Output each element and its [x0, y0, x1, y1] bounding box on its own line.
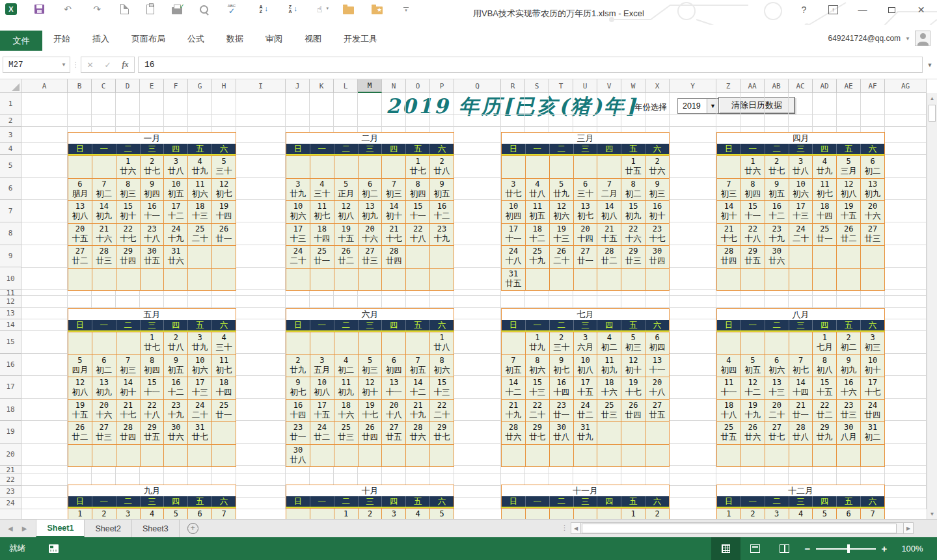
tab-3[interactable]: 页面布局	[120, 28, 176, 51]
day-cell[interactable]: 22十七	[116, 224, 141, 247]
day-cell[interactable]: 17十三	[789, 201, 813, 224]
sheet-tab-sheet2[interactable]: Sheet2	[85, 520, 132, 537]
day-cell[interactable]: 11十一	[717, 377, 741, 400]
day-cell[interactable]	[68, 156, 92, 179]
day-cell[interactable]: 9初七	[550, 355, 574, 378]
row-header-20[interactable]: 20	[0, 444, 21, 466]
day-cell[interactable]: 23廿一	[550, 400, 574, 423]
day-cell[interactable]: 25二十	[188, 224, 212, 247]
day-cell[interactable]: 12初六	[550, 201, 574, 224]
row-header-7[interactable]: 7	[0, 200, 21, 222]
day-cell[interactable]	[141, 445, 165, 468]
clipboard-icon[interactable]	[146, 5, 154, 14]
restore-icon[interactable]	[877, 0, 906, 20]
sheet-nav-left-icon[interactable]: ◀	[8, 525, 13, 532]
day-cell[interactable]: 22十八	[741, 224, 765, 247]
day-cell[interactable]: 28廿八	[789, 422, 813, 445]
day-cell[interactable]	[645, 445, 670, 468]
day-cell[interactable]: 25廿一	[212, 400, 236, 423]
day-cell[interactable]: 13初七	[574, 201, 598, 224]
day-cell[interactable]: 7初五	[406, 355, 430, 378]
day-cell[interactable]: 1	[334, 509, 359, 519]
day-cell[interactable]: 2	[359, 509, 383, 519]
day-cell[interactable]: 3廿七	[502, 179, 526, 202]
row-header-6[interactable]: 6	[0, 178, 21, 200]
day-cell[interactable]: 29廿九	[813, 422, 837, 445]
day-cell[interactable]: 12初十	[359, 377, 383, 400]
day-cell[interactable]	[310, 445, 334, 468]
day-cell[interactable]: 11初九	[334, 377, 359, 400]
day-cell[interactable]	[717, 269, 741, 291]
formula-input[interactable]: 16	[138, 57, 923, 73]
column-header-AG[interactable]: AG	[885, 79, 927, 93]
day-cell[interactable]	[574, 156, 598, 179]
day-cell[interactable]: 26廿二	[68, 422, 92, 445]
day-cell[interactable]	[861, 246, 885, 269]
day-cell[interactable]: 2廿七	[141, 156, 165, 179]
day-cell[interactable]: 11初九	[597, 355, 621, 378]
day-cell[interactable]	[574, 269, 598, 291]
day-cell[interactable]: 18十四	[813, 201, 837, 224]
day-cell[interactable]: 14十二	[502, 377, 526, 400]
sheet-nav-right-icon[interactable]: ▶	[22, 525, 27, 532]
day-cell[interactable]: 16初十	[645, 201, 670, 224]
tab-2[interactable]: 插入	[81, 28, 120, 51]
day-cell[interactable]: 23十七	[645, 224, 670, 247]
day-cell[interactable]	[286, 269, 310, 291]
day-cell[interactable]: 10初六	[188, 355, 212, 378]
day-cell[interactable]	[526, 445, 550, 468]
day-cell[interactable]: 8初二	[621, 179, 645, 202]
day-cell[interactable]: 28廿三	[92, 246, 116, 269]
day-cell[interactable]: 4	[406, 509, 430, 519]
day-cell[interactable]: 12初八	[334, 201, 359, 224]
day-cell[interactable]	[550, 445, 574, 468]
row-header-16[interactable]: 16	[0, 354, 21, 377]
day-cell[interactable]	[765, 269, 789, 291]
day-cell[interactable]: 6初二	[359, 179, 383, 202]
scroll-left-icon[interactable]: ◀	[571, 522, 581, 534]
day-cell[interactable]: 20十四	[574, 224, 598, 247]
day-cell[interactable]	[310, 269, 334, 291]
day-cell[interactable]	[526, 156, 550, 179]
day-cell[interactable]: 12十二	[741, 377, 765, 400]
day-cell[interactable]: 8初三	[116, 179, 141, 202]
day-cell[interactable]: 29廿五	[741, 246, 765, 269]
day-cell[interactable]: 7初二	[92, 179, 116, 202]
row-header-3[interactable]: 3	[0, 127, 21, 143]
day-cell[interactable]: 31廿七	[188, 422, 212, 445]
day-cell[interactable]: 5三月	[837, 156, 861, 179]
print-preview-icon[interactable]	[200, 5, 208, 14]
day-cell[interactable]: 30八月	[837, 422, 861, 445]
day-cell[interactable]: 31廿九	[574, 422, 598, 445]
day-cell[interactable]: 5正月	[334, 179, 359, 202]
cancel-entry-icon[interactable]: ✕	[81, 60, 99, 70]
day-cell[interactable]: 14初十	[382, 201, 406, 224]
column-header-AA[interactable]: AA	[740, 79, 765, 93]
day-cell[interactable]	[550, 269, 574, 291]
day-cell[interactable]: 28廿四	[717, 246, 741, 269]
help-icon[interactable]: ?	[789, 0, 819, 20]
column-header-X[interactable]: X	[645, 79, 670, 93]
day-cell[interactable]	[789, 269, 813, 291]
day-cell[interactable]	[813, 246, 837, 269]
day-cell[interactable]: 9初四	[141, 179, 165, 202]
column-header-R[interactable]: R	[501, 79, 525, 93]
day-cell[interactable]: 2廿八	[430, 156, 454, 179]
day-cell[interactable]: 24二十	[789, 224, 813, 247]
tab-4[interactable]: 公式	[176, 28, 215, 51]
day-cell[interactable]: 11初七	[212, 355, 236, 378]
day-cell[interactable]: 2廿九	[286, 355, 310, 378]
day-cell[interactable]: 17十五	[574, 377, 598, 400]
day-cell[interactable]	[837, 445, 861, 468]
zoom-slider-thumb[interactable]	[847, 544, 850, 553]
row-header-13[interactable]: 13	[0, 308, 21, 319]
day-cell[interactable]: 2初二	[837, 332, 861, 355]
day-cell[interactable]: 17十三	[188, 377, 212, 400]
day-cell[interactable]: 13初九	[359, 201, 383, 224]
column-header-S[interactable]: S	[525, 79, 549, 93]
day-cell[interactable]	[188, 246, 212, 269]
day-cell[interactable]: 6	[188, 509, 212, 519]
name-box[interactable]: M27 ▼	[3, 57, 70, 73]
day-cell[interactable]: 23廿一	[286, 422, 310, 445]
day-cell[interactable]: 10初六	[286, 201, 310, 224]
